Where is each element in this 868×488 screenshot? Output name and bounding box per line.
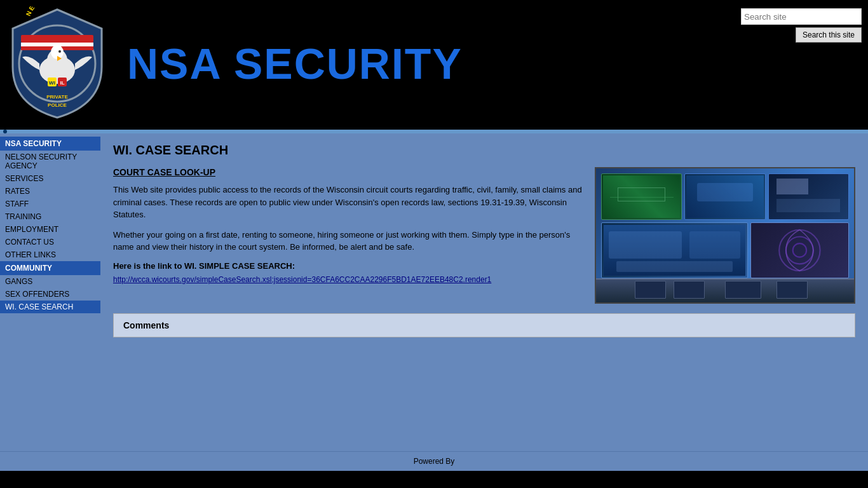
comments-title: Comments: [123, 320, 169, 330]
sidebar-item-gangs[interactable]: GANGS: [0, 275, 100, 288]
sidebar-section-nsa[interactable]: NSA SECURITY: [0, 137, 100, 151]
court-case-lookup-link[interactable]: COURT CASE LOOK-UP: [113, 167, 582, 177]
svg-text:WI: WI: [49, 80, 55, 86]
sidebar-item-sex-offenders[interactable]: SEX OFFENDERS: [0, 288, 100, 301]
content-body: COURT CASE LOOK-UP This Web site provide…: [113, 167, 855, 304]
svg-point-8: [58, 50, 61, 53]
header-left: WI IL PRIVATE POLICE NELSON NSA SECURITY: [6, 3, 496, 124]
sidebar: NSA SECURITY NELSON SECURITY AGENCY SERV…: [0, 133, 100, 451]
site-header: WI IL PRIVATE POLICE NELSON NSA SECURITY: [0, 0, 868, 127]
svg-text:IL: IL: [60, 80, 64, 86]
security-control-room-image: [595, 167, 855, 304]
content-para-1: This Web site provides public access to …: [113, 184, 582, 221]
sidebar-item-contact-us[interactable]: CONTACT US: [0, 236, 100, 248]
svg-rect-2: [21, 35, 93, 43]
svg-text:POLICE: POLICE: [48, 102, 67, 108]
search-button[interactable]: Search this site: [796, 27, 862, 43]
sidebar-section-community[interactable]: COMMUNITY: [0, 261, 100, 275]
content-para-2: Whether your going on a first date, rent…: [113, 229, 582, 254]
content-text: COURT CASE LOOK-UP This Web site provide…: [113, 167, 582, 304]
sidebar-item-services[interactable]: SERVICES: [0, 172, 100, 185]
svg-point-17: [786, 237, 813, 264]
sidebar-item-rates[interactable]: RATES: [0, 185, 100, 198]
sidebar-item-training[interactable]: TRAINING: [0, 210, 100, 223]
logo-container: WI IL PRIVATE POLICE NELSON: [6, 3, 108, 124]
page-title: WI. CASE SEARCH: [113, 143, 855, 158]
search-area: Search this site: [741, 3, 862, 43]
content-image: [595, 167, 855, 304]
main-layout: NSA SECURITY NELSON SECURITY AGENCY SERV…: [0, 133, 868, 451]
agency-logo: WI IL PRIVATE POLICE NELSON: [10, 6, 105, 121]
svg-text:PRIVATE: PRIVATE: [46, 94, 68, 100]
sidebar-item-nelson-security[interactable]: NELSON SECURITY AGENCY: [0, 151, 100, 172]
footer: Powered By: [0, 451, 868, 471]
sidebar-item-other-links[interactable]: OTHER LINKS: [0, 248, 100, 261]
sidebar-item-staff[interactable]: STAFF: [0, 198, 100, 210]
comments-box: Comments: [113, 313, 855, 337]
wi-link-label: Here is the link to WI. SIMPLE CASE SEAR…: [113, 261, 582, 271]
svg-point-18: [793, 243, 806, 257]
site-title-banner: NSA SECURITY: [114, 3, 496, 124]
sidebar-item-employment[interactable]: EMPLOYMENT: [0, 223, 100, 236]
powered-by-text: Powered By: [414, 457, 455, 466]
search-input[interactable]: [741, 8, 862, 25]
case-search-url-link[interactable]: http://wcca.wicourts.gov/simpleCaseSearc…: [113, 275, 491, 284]
content-area: WI. CASE SEARCH COURT CASE LOOK-UP This …: [100, 133, 868, 451]
site-title: NSA SECURITY: [127, 39, 463, 88]
sidebar-item-wi-case-search[interactable]: WI. CASE SEARCH: [0, 301, 100, 313]
